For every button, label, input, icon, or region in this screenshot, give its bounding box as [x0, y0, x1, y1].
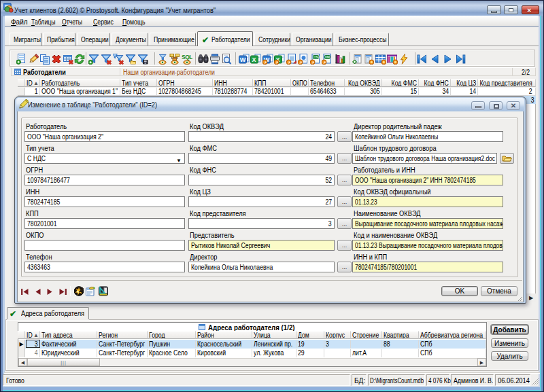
- svg-text:CSV: CSV: [313, 56, 320, 59]
- svg-text:X: X: [252, 56, 256, 63]
- svg-text:SQL: SQL: [182, 54, 192, 60]
- svg-text:XML: XML: [325, 56, 332, 59]
- svg-text:W: W: [240, 56, 246, 63]
